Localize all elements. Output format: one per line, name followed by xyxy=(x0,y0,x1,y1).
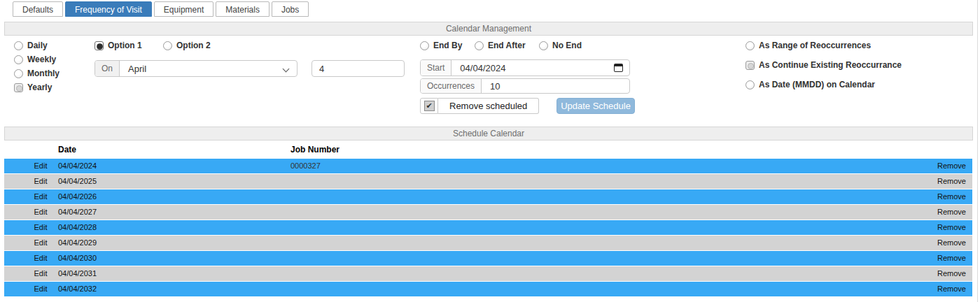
schedule-rows: Edit 04/04/2024 0000327 Remove Edit 04/0… xyxy=(4,159,972,297)
table-row: Edit 04/04/2030 Remove xyxy=(4,251,972,266)
radio-monthly[interactable]: Monthly xyxy=(14,68,59,79)
radio-as-continue-label: As Continue Existing Reoccurrance xyxy=(759,60,902,70)
page-right-border xyxy=(977,0,978,302)
radio-checked-icon xyxy=(746,61,755,70)
radio-yearly[interactable]: Yearly xyxy=(14,82,52,93)
row-date: 04/04/2026 xyxy=(58,192,97,201)
table-row: Edit 04/04/2024 0000327 Remove xyxy=(4,159,972,173)
radio-option-2-label: Option 2 xyxy=(176,41,211,50)
tab-equipment[interactable]: Equipment xyxy=(154,1,214,17)
radio-yearly-label: Yearly xyxy=(27,82,52,92)
remove-button[interactable]: Remove xyxy=(937,192,966,201)
table-row: Edit 04/04/2031 Remove xyxy=(4,266,972,281)
row-date: 04/04/2031 xyxy=(58,269,97,278)
radio-as-date[interactable]: As Date (MMDD) on Calendar xyxy=(746,79,875,90)
remove-button[interactable]: Remove xyxy=(937,238,966,247)
radio-weekly[interactable]: Weekly xyxy=(14,54,56,65)
tab-defaults[interactable]: Defaults xyxy=(13,1,63,17)
row-date: 04/04/2030 xyxy=(58,254,97,262)
row-date: 04/04/2025 xyxy=(58,177,97,185)
column-header-date: Date xyxy=(58,145,76,154)
radio-icon xyxy=(420,41,429,50)
update-schedule-button[interactable]: Update Schedule xyxy=(556,98,635,114)
remove-button[interactable]: Remove xyxy=(937,161,966,170)
start-date-group: Start 04/04/2024 xyxy=(420,59,630,76)
remove-button[interactable]: Remove xyxy=(937,223,966,231)
tab-bar: DefaultsFrequency of VisitEquipmentMater… xyxy=(13,1,309,17)
remove-scheduled-label: Remove scheduled xyxy=(438,98,539,114)
edit-button[interactable]: Edit xyxy=(25,192,56,201)
radio-icon xyxy=(14,41,23,50)
table-row: Edit 04/04/2032 Remove xyxy=(4,282,972,296)
row-date: 04/04/2024 xyxy=(58,161,97,170)
row-date: 04/04/2028 xyxy=(58,223,97,231)
day-input[interactable]: 4 xyxy=(312,60,405,77)
radio-icon xyxy=(746,41,755,50)
radio-as-date-label: As Date (MMDD) on Calendar xyxy=(759,80,875,89)
radio-end-by[interactable]: End By xyxy=(420,40,462,51)
radio-icon xyxy=(746,80,755,89)
radio-icon xyxy=(14,55,23,64)
edit-button[interactable]: Edit xyxy=(25,223,56,231)
table-row: Edit 04/04/2026 Remove xyxy=(4,189,972,204)
edit-button[interactable]: Edit xyxy=(25,161,56,170)
on-label: On xyxy=(95,61,120,76)
edit-button[interactable]: Edit xyxy=(25,238,56,247)
schedule-calendar-title: Schedule Calendar xyxy=(453,129,524,138)
calendar-picker-icon[interactable] xyxy=(614,64,623,72)
radio-option-1-label: Option 1 xyxy=(108,41,142,50)
radio-end-by-label: End By xyxy=(433,41,462,50)
edit-button[interactable]: Edit xyxy=(25,269,56,278)
row-date: 04/04/2029 xyxy=(58,238,97,247)
radio-icon xyxy=(163,41,172,50)
radio-as-continue[interactable]: As Continue Existing Reoccurrance xyxy=(746,59,902,71)
column-header-job-number: Job Number xyxy=(290,145,340,154)
edit-button[interactable]: Edit xyxy=(25,285,56,293)
calendar-management-header: Calendar Management xyxy=(4,22,973,36)
radio-weekly-label: Weekly xyxy=(27,55,56,64)
radio-checked-icon xyxy=(14,83,23,92)
remove-button[interactable]: Remove xyxy=(937,269,966,278)
remove-scheduled-checkbox[interactable] xyxy=(420,98,438,114)
row-job: 0000327 xyxy=(290,161,321,170)
occurrences-group: Occurrences 10 xyxy=(420,78,630,94)
table-row: Edit 04/04/2027 Remove xyxy=(4,205,972,220)
radio-end-after[interactable]: End After xyxy=(475,40,526,51)
radio-daily-label: Daily xyxy=(27,41,48,50)
edit-button[interactable]: Edit xyxy=(25,177,56,185)
tab-frequency-of-visit[interactable]: Frequency of Visit xyxy=(65,1,152,17)
radio-option-1[interactable]: Option 1 xyxy=(94,40,142,51)
radio-icon xyxy=(475,41,484,50)
radio-as-range[interactable]: As Range of Reoccurrences xyxy=(746,40,871,51)
edit-button[interactable]: Edit xyxy=(25,254,56,262)
occurrences-input[interactable]: 10 xyxy=(482,79,629,93)
radio-as-range-label: As Range of Reoccurrences xyxy=(759,41,871,50)
remove-button[interactable]: Remove xyxy=(937,208,966,216)
checkmark-icon xyxy=(424,101,435,111)
radio-daily[interactable]: Daily xyxy=(14,40,48,51)
remove-button[interactable]: Remove xyxy=(937,254,966,262)
month-select-group: On April xyxy=(94,60,298,77)
table-row: Edit 04/04/2025 Remove xyxy=(4,174,972,189)
radio-no-end[interactable]: No End xyxy=(539,40,582,51)
tab-jobs[interactable]: Jobs xyxy=(272,1,309,17)
month-select[interactable]: April xyxy=(120,61,284,76)
occurrences-label: Occurrences xyxy=(421,79,482,93)
radio-no-end-label: No End xyxy=(552,41,582,50)
start-label: Start xyxy=(421,60,451,76)
radio-icon xyxy=(539,41,548,50)
table-row: Edit 04/04/2028 Remove xyxy=(4,220,972,235)
start-date-input[interactable]: 04/04/2024 xyxy=(451,60,614,76)
chevron-down-icon xyxy=(283,65,290,72)
schedule-calendar-header: Schedule Calendar xyxy=(4,127,973,141)
radio-checked-icon xyxy=(94,41,104,50)
edit-button[interactable]: Edit xyxy=(25,208,56,216)
remove-button[interactable]: Remove xyxy=(937,285,966,293)
row-date: 04/04/2032 xyxy=(58,285,97,293)
tab-materials[interactable]: Materials xyxy=(216,1,270,17)
remove-button[interactable]: Remove xyxy=(937,177,966,185)
calendar-management-title: Calendar Management xyxy=(446,24,531,34)
radio-option-2[interactable]: Option 2 xyxy=(163,40,211,51)
radio-end-after-label: End After xyxy=(488,41,526,50)
radio-monthly-label: Monthly xyxy=(27,69,59,78)
